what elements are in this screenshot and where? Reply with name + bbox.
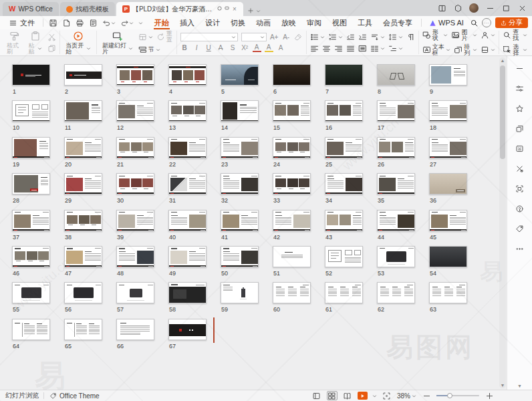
help-icon[interactable]: [514, 203, 526, 214]
slide-thumbnail-50[interactable]: [221, 246, 259, 267]
menu-tab-slideshow[interactable]: 放映: [276, 16, 301, 29]
slide-thumbnail-57[interactable]: [116, 282, 154, 303]
play-from-current-button[interactable]: 当页开始: [63, 31, 93, 55]
new-tab-button[interactable]: [247, 7, 261, 16]
menu-tab-home[interactable]: 开始: [149, 16, 174, 29]
slide-thumbnail-62[interactable]: [377, 282, 415, 303]
slide-thumbnail-51[interactable]: [273, 246, 311, 267]
frame-icon[interactable]: [514, 183, 526, 194]
slide-thumbnail-31[interactable]: [168, 173, 207, 194]
slide-thumbnail-19[interactable]: [12, 137, 50, 158]
slide-thumbnail-52[interactable]: [325, 246, 363, 267]
zoom-level[interactable]: 38%: [397, 392, 416, 400]
slide-thumbnail-37[interactable]: [12, 210, 50, 231]
slide-thumbnail-53[interactable]: [377, 246, 415, 267]
slide-thumbnail-10[interactable]: [12, 100, 50, 122]
section-button[interactable]: 节: [138, 45, 160, 54]
slide-thumbnail-29[interactable]: [64, 173, 102, 194]
sidebar-scroll-down-icon[interactable]: ▼: [507, 384, 532, 388]
select-button[interactable]: 选择: [503, 44, 527, 56]
layers-icon[interactable]: [514, 123, 526, 134]
slide-thumbnail-54[interactable]: [429, 246, 467, 267]
slide-thumbnail-40[interactable]: [168, 210, 207, 231]
slide-sorter-view-button[interactable]: [327, 391, 338, 400]
close-button[interactable]: [515, 1, 529, 15]
slide-thumbnail-11[interactable]: [64, 100, 102, 122]
slide-thumbnail-22[interactable]: [168, 137, 207, 158]
slide-thumbnail-23[interactable]: [221, 137, 259, 158]
normal-view-button[interactable]: [311, 391, 322, 400]
redo-button[interactable]: [118, 18, 136, 28]
print-preview-icon[interactable]: [87, 18, 100, 28]
slide-thumbnail-39[interactable]: [116, 210, 154, 231]
slide-thumbnail-6[interactable]: [273, 64, 311, 86]
slide-thumbnail-7[interactable]: [325, 64, 363, 86]
slide-thumbnail-35[interactable]: [377, 173, 415, 194]
properties-icon[interactable]: [514, 83, 526, 94]
tab-presentation[interactable]: P 【PLD刘波】金华万豪酒店 | ×: [116, 2, 243, 16]
user-avatar[interactable]: [467, 1, 481, 15]
tag-icon[interactable]: [514, 223, 526, 234]
menu-tab-view[interactable]: 视图: [327, 16, 352, 29]
slide-thumbnail-42[interactable]: [273, 210, 311, 231]
toolbox-icon[interactable]: [514, 163, 526, 174]
slide-thumbnail-2[interactable]: [64, 64, 102, 86]
slide-thumbnail-45[interactable]: [429, 210, 467, 231]
slide-thumbnail-33[interactable]: [273, 173, 311, 194]
slide-thumbnail-34[interactable]: [325, 173, 363, 194]
slide-thumbnail-60[interactable]: [273, 282, 311, 303]
print-icon[interactable]: [74, 18, 86, 28]
slide-thumbnail-64[interactable]: [12, 319, 50, 340]
slide-thumbnail-24[interactable]: [273, 137, 311, 158]
slide-thumbnail-43[interactable]: [325, 210, 363, 231]
scroll-up-icon[interactable]: ▲: [499, 58, 506, 63]
slide-thumbnail-65[interactable]: [64, 319, 102, 340]
slide-thumbnail-59[interactable]: [221, 282, 259, 303]
slide-thumbnail-12[interactable]: [116, 100, 154, 122]
slide-thumbnail-26[interactable]: [377, 137, 415, 158]
minimize-button[interactable]: [483, 1, 497, 15]
slide-thumbnail-5[interactable]: [221, 64, 259, 86]
slide-thumbnail-67[interactable]: [168, 319, 207, 340]
slide-thumbnail-9[interactable]: [429, 64, 467, 86]
slide-thumbnail-32[interactable]: [221, 173, 259, 194]
slide-thumbnail-55[interactable]: [12, 282, 50, 303]
more-icon[interactable]: [514, 243, 526, 254]
split-view-icon[interactable]: [434, 1, 449, 15]
tab-wps-office[interactable]: W WPS Office: [3, 2, 59, 16]
slide-thumbnail-15[interactable]: [273, 100, 311, 122]
slide-thumbnail-56[interactable]: [64, 282, 102, 303]
slide-thumbnail-47[interactable]: [64, 246, 102, 267]
new-slide-button[interactable]: 新建幻灯片: [100, 31, 135, 55]
slide-thumbnail-44[interactable]: [377, 210, 415, 231]
scrollbar-thumb[interactable]: [500, 65, 505, 159]
tab-docer-templates[interactable]: 找稻壳模板: [60, 2, 115, 16]
assistant-icon[interactable]: [450, 1, 465, 15]
slide-thumbnail-28[interactable]: [12, 173, 50, 194]
wps-ai-button[interactable]: WPS AI: [425, 19, 468, 27]
slide-thumbnail-20[interactable]: [64, 137, 102, 158]
slide-thumbnail-18[interactable]: [429, 100, 467, 122]
star-icon[interactable]: [514, 103, 526, 114]
slide-thumbnail-36[interactable]: [429, 173, 467, 194]
menu-tab-insert[interactable]: 插入: [174, 16, 200, 29]
menu-tab-review[interactable]: 审阅: [301, 16, 327, 29]
slide-thumbnail-58[interactable]: [168, 282, 207, 303]
slide-thumbnail-38[interactable]: [64, 210, 102, 231]
undo-button[interactable]: [100, 18, 118, 28]
menu-tab-design[interactable]: 设计: [200, 16, 225, 29]
slide-thumbnail-17[interactable]: [377, 100, 415, 122]
menu-tab-transition[interactable]: 切换: [225, 16, 251, 29]
slide-thumbnail-16[interactable]: [325, 100, 363, 122]
slide-thumbnail-48[interactable]: [116, 246, 154, 267]
file-menu-button[interactable]: 文件: [4, 16, 39, 29]
slide-thumbnail-27[interactable]: [429, 137, 467, 158]
slide-thumbnail-61[interactable]: [325, 282, 363, 303]
slide-thumbnail-3[interactable]: [116, 64, 154, 86]
slide-thumbnail-13[interactable]: [168, 100, 207, 122]
find-button[interactable]: 查找: [503, 29, 527, 41]
export-pdf-icon[interactable]: [60, 18, 73, 28]
maximize-button[interactable]: [499, 1, 513, 15]
slide-thumbnail-21[interactable]: [116, 137, 154, 158]
scroll-down-icon[interactable]: ▼: [499, 383, 506, 388]
